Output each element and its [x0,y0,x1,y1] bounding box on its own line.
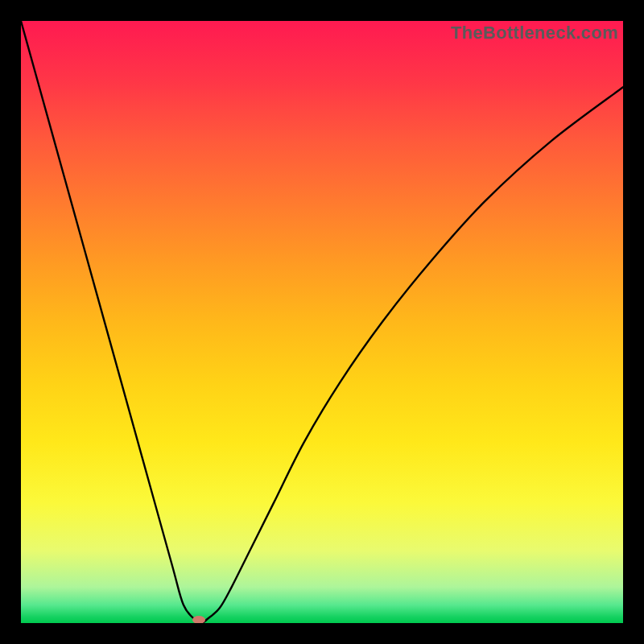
plot-area: TheBottleneck.com [19,19,625,625]
optimal-point-marker [192,616,205,624]
chart-frame: TheBottleneck.com [0,0,644,644]
bottleneck-curve [21,21,623,623]
curve-svg [21,21,623,623]
